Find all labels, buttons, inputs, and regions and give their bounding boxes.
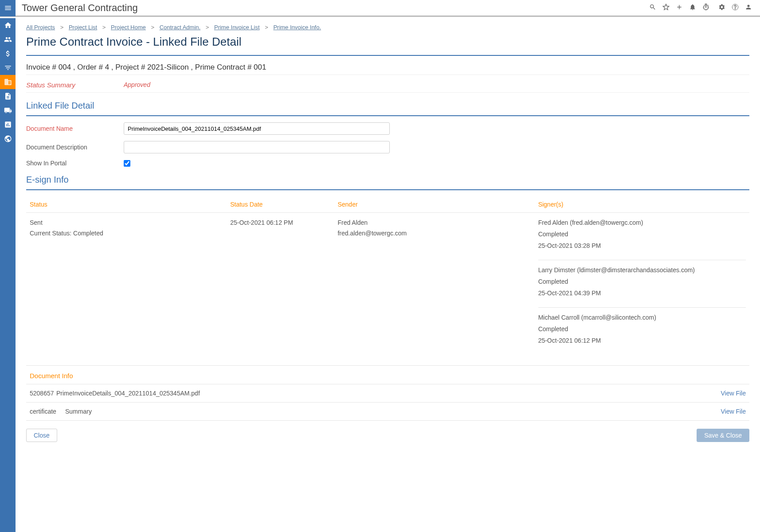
- view-file-link[interactable]: View File: [721, 408, 746, 415]
- user-icon[interactable]: [745, 4, 752, 12]
- doc-filename: Summary: [65, 408, 721, 415]
- breadcrumb-prime-invoice-list[interactable]: Prime Invoice List: [214, 24, 260, 31]
- page-title: Prime Contract Invoice - Linked File Det…: [26, 35, 749, 49]
- breadcrumb-contract-admin[interactable]: Contract Admin.: [160, 24, 201, 31]
- sidebar-contacts[interactable]: [0, 32, 16, 47]
- signer-name: Michael Carroll (mcarroll@silicontech.co…: [538, 314, 746, 321]
- company-name: Tower General Contracting: [22, 2, 138, 14]
- breadcrumb-project-home[interactable]: Project Home: [111, 24, 146, 31]
- sidebar: [0, 18, 16, 449]
- esign-sender-email: fred.alden@towergc.com: [337, 230, 538, 237]
- doc-name-label: Document Name: [26, 125, 124, 132]
- stopwatch-icon[interactable]: [702, 4, 709, 12]
- help-icon[interactable]: [732, 4, 739, 12]
- signer-name: Larry Dimster (ldimster@dimsterarchandas…: [538, 266, 746, 274]
- sidebar-fleet[interactable]: [0, 103, 16, 117]
- page-subtitle: Invoice # 004 , Order # 4 , Project # 20…: [26, 60, 749, 75]
- star-icon[interactable]: [662, 4, 670, 12]
- signer-date: 25-Oct-2021 06:12 PM: [538, 337, 746, 344]
- view-file-link[interactable]: View File: [721, 390, 746, 397]
- close-button[interactable]: Close: [26, 429, 57, 442]
- breadcrumb-project-list[interactable]: Project List: [69, 24, 97, 31]
- sidebar-projects[interactable]: [0, 75, 16, 89]
- status-summary-value: Approved: [124, 81, 150, 89]
- esign-status-date: 25-Oct-2021 06:12 PM: [230, 219, 337, 226]
- doc-id: certificate: [30, 408, 65, 415]
- signer-status: Completed: [538, 231, 746, 238]
- sidebar-leads[interactable]: [0, 61, 16, 75]
- signer-name: Fred Alden (fred.alden@towergc.com): [538, 219, 746, 226]
- section-linked-file: Linked File Detail: [26, 101, 749, 111]
- save-close-button[interactable]: Save & Close: [697, 429, 749, 442]
- plus-icon[interactable]: [676, 4, 683, 12]
- section-esign: E-sign Info: [26, 175, 749, 185]
- hamburger-menu[interactable]: [0, 0, 16, 16]
- search-icon[interactable]: [649, 4, 656, 12]
- esign-status-line2: Current Status: Completed: [30, 230, 230, 237]
- breadcrumb-all-projects[interactable]: All Projects: [26, 24, 55, 31]
- esign-sender-name: Fred Alden: [337, 219, 538, 226]
- menu-icon: [4, 4, 12, 12]
- doc-filename: PrimeInvoiceDetails_004_20211014_025345A…: [56, 390, 721, 397]
- esign-header-date: Status Date: [230, 201, 337, 208]
- signer-date: 25-Oct-2021 04:39 PM: [538, 289, 746, 297]
- sidebar-documents[interactable]: [0, 89, 16, 103]
- signer-status: Completed: [538, 278, 746, 285]
- signer-status: Completed: [538, 325, 746, 332]
- section-doc-info: Document Info: [26, 365, 749, 384]
- doc-name-input[interactable]: [124, 122, 390, 135]
- esign-header-signers: Signer(s): [538, 201, 746, 208]
- doc-desc-label: Document Description: [26, 144, 124, 151]
- esign-header-status: Status: [30, 201, 230, 208]
- sidebar-home[interactable]: [0, 18, 16, 32]
- bell-icon[interactable]: [689, 4, 696, 12]
- sidebar-web[interactable]: [0, 132, 16, 146]
- show-portal-checkbox[interactable]: [124, 160, 130, 167]
- breadcrumb: All Projects > Project List > Project Ho…: [26, 24, 749, 31]
- status-summary-label: Status Summary: [26, 81, 124, 89]
- esign-header-sender: Sender: [337, 201, 538, 208]
- doc-id: 5208657: [30, 390, 56, 397]
- show-portal-label: Show In Portal: [26, 160, 124, 167]
- sidebar-financial[interactable]: [0, 47, 16, 61]
- signer-date: 25-Oct-2021 03:28 PM: [538, 242, 746, 249]
- sidebar-reports[interactable]: [0, 117, 16, 132]
- doc-desc-input[interactable]: [124, 141, 390, 153]
- breadcrumb-prime-invoice-info[interactable]: Prime Invoice Info.: [273, 24, 321, 31]
- esign-status-line1: Sent: [30, 219, 230, 226]
- gear-icon[interactable]: [718, 4, 725, 12]
